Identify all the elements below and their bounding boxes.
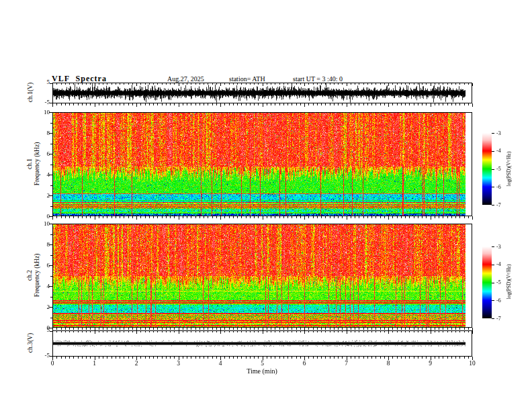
tick-mark (99, 331, 99, 332)
tick-mark (464, 103, 465, 105)
tick-mark (330, 328, 330, 330)
tick-mark (254, 328, 255, 330)
tick-mark (455, 357, 456, 359)
tick-mark (263, 357, 263, 360)
tick-mark (191, 328, 191, 330)
tick-mark (342, 357, 343, 359)
tick-mark (153, 216, 154, 218)
tick-mark (334, 216, 335, 218)
tick-mark (65, 328, 66, 330)
tick-mark (112, 83, 112, 85)
tick-mark (287, 103, 288, 105)
freq-tick-label: 2 (35, 304, 50, 311)
tick-mark (250, 216, 251, 218)
tick-mark (347, 83, 347, 86)
tick-mark (136, 331, 137, 334)
tick-mark (418, 328, 418, 330)
tick-mark (195, 83, 196, 85)
tick-mark (73, 103, 74, 105)
tick-mark (69, 328, 70, 330)
tick-mark (233, 83, 234, 85)
tick-mark (246, 328, 247, 330)
freq-tick-label: 8 (35, 130, 50, 137)
tick-mark (229, 357, 230, 359)
tick-mark (447, 328, 448, 330)
tick-mark (459, 357, 460, 359)
tick-mark (162, 331, 163, 332)
tick-mark (90, 357, 91, 359)
tick-mark (384, 103, 385, 105)
tick-mark (330, 331, 330, 332)
tick-mark (195, 103, 196, 105)
tick-mark (246, 83, 247, 85)
tick-mark (317, 83, 318, 85)
tick-mark (187, 216, 187, 218)
tick-mark (153, 357, 154, 359)
tick-mark (107, 103, 107, 105)
ch1-spec-ylabel: ch.1 Frequency (kHz) (26, 112, 41, 216)
tick-mark (279, 328, 280, 330)
tick-mark (99, 216, 99, 218)
tick-mark (187, 357, 187, 359)
tick-mark (330, 357, 330, 359)
tick-mark (162, 83, 163, 85)
tick-mark (392, 331, 393, 332)
colorbar-tick-label: -6 (496, 184, 501, 190)
tick-mark (401, 83, 402, 85)
freq-tick-label: 6 (35, 262, 50, 269)
tick-mark (153, 103, 154, 105)
tick-mark (472, 83, 473, 86)
tick-mark (258, 331, 259, 332)
tick-mark (279, 83, 280, 85)
colorbar-tick-label: -6 (496, 298, 501, 304)
tick-mark (371, 328, 372, 330)
tick-mark (166, 328, 167, 330)
tick-mark (409, 83, 410, 85)
tick-mark (183, 331, 183, 332)
tick-mark (99, 357, 99, 359)
tick-mark (397, 103, 398, 105)
tick-mark (459, 83, 460, 85)
tick-mark (132, 328, 133, 330)
start-ut-label: start UT = 3 :40: 0 (293, 75, 343, 83)
x-tick-label: 5 (256, 360, 269, 367)
tick-mark (451, 357, 452, 359)
tick-mark (208, 331, 208, 332)
tick-mark (149, 83, 150, 85)
tick-mark (69, 357, 70, 359)
tick-mark (321, 103, 322, 105)
tick-mark (304, 103, 305, 107)
tick-mark (140, 103, 141, 105)
tick-mark (56, 357, 57, 359)
tick-mark (120, 216, 120, 218)
x-tick-label: 4 (214, 360, 227, 367)
tick-mark (388, 216, 389, 220)
tick-mark (220, 216, 221, 220)
tick-mark (355, 357, 355, 359)
tick-mark (187, 328, 187, 330)
tick-mark (355, 331, 355, 332)
tick-mark (279, 103, 280, 105)
tick-mark (183, 216, 183, 218)
tick-mark (103, 357, 103, 359)
tick-mark (49, 195, 52, 196)
colorbar-ch2-label: log(PSD)(V²/Hz) (506, 245, 512, 319)
tick-mark (447, 331, 448, 332)
tick-mark (136, 216, 137, 220)
tick-mark (451, 216, 452, 218)
ch2-spec-freq-label: Frequency (kHz) (34, 224, 41, 328)
tick-mark (107, 357, 107, 359)
tick-mark (82, 216, 83, 218)
tick-mark (86, 103, 87, 105)
tick-mark (435, 216, 435, 218)
tick-mark (50, 318, 52, 318)
tick-mark (405, 357, 406, 359)
tick-mark (220, 83, 221, 86)
tick-mark (455, 83, 456, 85)
tick-mark (56, 103, 57, 105)
colorbar-tick-label: -7 (496, 316, 501, 322)
tick-mark (157, 103, 158, 105)
tick-mark (191, 216, 191, 218)
tick-mark (459, 331, 460, 332)
tick-mark (56, 328, 57, 330)
